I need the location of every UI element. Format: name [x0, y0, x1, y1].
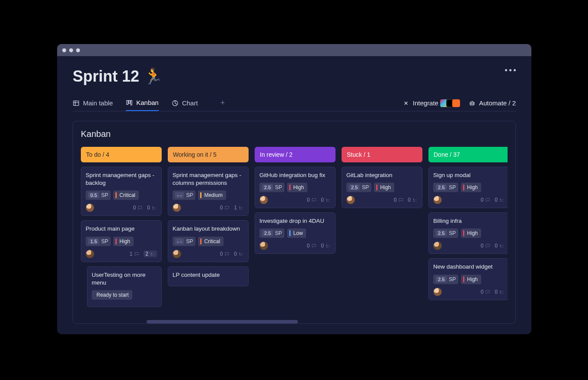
traffic-light-zoom[interactable]: [76, 48, 80, 52]
card-title: Sign up modal: [433, 171, 505, 179]
card-title: GitLab integration: [346, 171, 418, 179]
subitems-count[interactable]: 0: [147, 205, 157, 211]
svg-rect-2: [129, 100, 130, 103]
kanban-card[interactable]: Billing infra2.5SPHigh00: [428, 212, 508, 254]
status-badge: Ready to start: [92, 290, 132, 300]
integrate-icon: [403, 100, 409, 107]
comment-count[interactable]: 0: [481, 289, 491, 295]
story-points-badge: 2.5SP: [433, 183, 458, 192]
kanban-card[interactable]: New dashboard widget2.5SPHigh00: [428, 258, 508, 300]
comment-count[interactable]: 0: [307, 197, 317, 203]
app-content: Sprint 12 🏃 Main table Kanban Chart +: [57, 56, 531, 324]
column-body: GitLab integration2.5SPHigh00: [342, 167, 422, 208]
kanban-card[interactable]: Investigate drop in 4DAU2.5SPLow00: [255, 212, 336, 254]
chart-icon: [172, 100, 179, 107]
subitems-count[interactable]: 0: [408, 197, 418, 203]
priority-badge: High: [461, 275, 481, 284]
story-points-badge: - -SP: [173, 237, 195, 246]
column-header[interactable]: Done / 37: [428, 147, 508, 162]
kanban-column-stuck: Stuck / 1GitLab integration2.5SPHigh00: [342, 147, 422, 324]
column-header[interactable]: Working on it / 5: [168, 147, 249, 162]
traffic-light-close[interactable]: [62, 48, 66, 52]
kanban-column-done: Done / 37Sign up modal2.5SPHigh00Billing…: [428, 147, 508, 324]
comment-count[interactable]: 0: [220, 251, 230, 257]
more-menu-button[interactable]: [505, 69, 516, 71]
card-title: UserTesting on more menu: [92, 271, 157, 287]
comment-count[interactable]: 0: [220, 205, 230, 211]
comment-count[interactable]: 0: [481, 197, 491, 203]
story-points-badge: 0.5SP: [86, 190, 111, 200]
comment-count[interactable]: 1: [130, 251, 140, 257]
column-body: GitHub integration bug fix2.5SPHigh00Inv…: [255, 167, 336, 254]
kanban-card[interactable]: LP content update: [168, 266, 249, 286]
card-title: Sprint management gaps - backlog: [86, 171, 157, 187]
card-title: Investigate drop in 4DAU: [259, 217, 331, 225]
card-title: Kanban layout breakdown: [173, 225, 244, 233]
card-title: Product main page: [86, 225, 157, 233]
avatar[interactable]: [86, 203, 94, 212]
kanban-card[interactable]: UserTesting on more menuReady to start: [87, 266, 162, 307]
avatar[interactable]: [173, 250, 181, 258]
svg-rect-3: [131, 100, 132, 105]
priority-badge: High: [287, 183, 307, 192]
priority-badge: High: [113, 237, 134, 246]
tab-chart[interactable]: Chart: [172, 95, 198, 111]
avatar[interactable]: [173, 203, 181, 212]
avatar[interactable]: [259, 196, 268, 204]
kanban-card[interactable]: Product main page1.5SPHigh12: [81, 220, 162, 262]
sprint-title-text: Sprint 12: [73, 67, 139, 86]
subitems-count[interactable]: 0: [321, 243, 331, 249]
card-title: New dashboard widget: [433, 263, 505, 271]
add-view-button[interactable]: +: [220, 98, 225, 108]
kanban-card[interactable]: Sign up modal2.5SPHigh00: [428, 167, 508, 208]
automate-button[interactable]: Automate / 2: [469, 99, 516, 107]
priority-badge: High: [461, 183, 481, 192]
avatar[interactable]: [433, 196, 442, 204]
comment-count[interactable]: 0: [307, 243, 317, 249]
subitems-count[interactable]: 0: [495, 289, 505, 295]
column-header[interactable]: In review / 2: [255, 147, 336, 162]
subitems-count[interactable]: 0: [321, 197, 331, 203]
comment-count[interactable]: 0: [481, 243, 491, 249]
priority-badge: High: [374, 183, 394, 192]
comment-count[interactable]: 0: [394, 197, 404, 203]
svg-point-6: [471, 103, 471, 104]
app-window: Sprint 12 🏃 Main table Kanban Chart +: [57, 44, 531, 334]
avatar[interactable]: [433, 288, 442, 296]
automate-label: Automate / 2: [479, 99, 516, 107]
kanban-column-todo: To do / 4Sprint management gaps - backlo…: [81, 147, 162, 324]
column-header[interactable]: To do / 4: [81, 147, 162, 162]
avatar[interactable]: [433, 241, 442, 250]
tab-kanban-label: Kanban: [136, 99, 159, 106]
comment-count[interactable]: 0: [133, 205, 143, 211]
avatar[interactable]: [259, 241, 268, 250]
column-body: Sprint management gaps - columns permiss…: [168, 167, 249, 286]
gitlab-icon: [452, 99, 460, 107]
kanban-icon: [126, 99, 133, 106]
subitems-count[interactable]: 2: [144, 250, 157, 257]
kanban-card[interactable]: GitHub integration bug fix2.5SPHigh00: [255, 167, 336, 208]
subitems-count[interactable]: 1: [234, 205, 244, 211]
subitems-count[interactable]: 0: [234, 251, 244, 257]
traffic-light-minimize[interactable]: [69, 48, 73, 52]
kanban-card[interactable]: Sprint management gaps - columns permiss…: [168, 167, 249, 216]
avatar[interactable]: [86, 250, 94, 258]
avatar[interactable]: [346, 196, 355, 204]
integrate-button[interactable]: Integrate: [403, 99, 460, 107]
tab-main-table-label: Main table: [83, 99, 113, 107]
column-header[interactable]: Stuck / 1: [342, 147, 422, 162]
tab-kanban[interactable]: Kanban: [126, 95, 159, 111]
integration-icons: [442, 99, 460, 107]
kanban-card[interactable]: Sprint management gaps - backlog0.5SPCri…: [81, 167, 162, 216]
kanban-card[interactable]: Kanban layout breakdown- -SPCritical00: [168, 220, 249, 262]
board-title: Sprint 12 🏃: [73, 67, 516, 86]
runner-icon: 🏃: [144, 67, 163, 86]
subitems-count[interactable]: 0: [495, 197, 505, 203]
window-titlebar: [57, 44, 531, 56]
subitems-count[interactable]: 0: [495, 243, 505, 249]
tab-main-table[interactable]: Main table: [73, 95, 113, 111]
horizontal-scrollbar[interactable]: [147, 320, 298, 323]
card-title: Sprint management gaps - columns permiss…: [173, 171, 244, 187]
priority-badge: Medium: [198, 190, 226, 200]
kanban-card[interactable]: GitLab integration2.5SPHigh00: [342, 167, 422, 208]
